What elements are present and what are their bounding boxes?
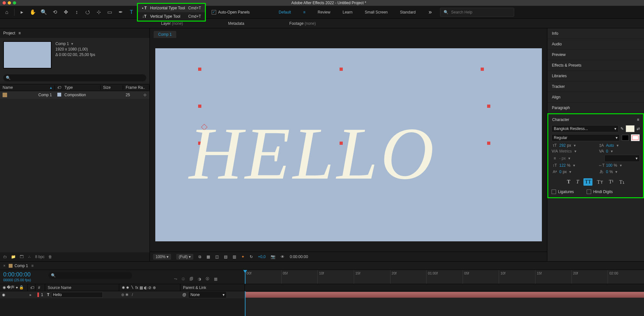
comp-thumbnail[interactable] xyxy=(3,41,52,69)
hindi-digits-checkbox[interactable]: Hindi Digits xyxy=(587,190,613,194)
orbit-tool-icon[interactable]: ⟲ xyxy=(51,8,59,16)
bit-depth-button[interactable]: 8 bpc xyxy=(35,255,44,259)
col-name[interactable]: Name ▴ xyxy=(0,85,55,90)
eyedropper-icon[interactable]: ✎ xyxy=(620,126,624,131)
hand-tool-icon[interactable]: ✋ xyxy=(29,8,37,16)
zoom-tool-icon[interactable]: 🔍 xyxy=(40,8,48,16)
comp-canvas[interactable]: HELLO xyxy=(155,48,542,241)
layer-switches[interactable]: ⊕ ✱ / xyxy=(119,293,180,297)
col-index[interactable]: # xyxy=(35,284,45,291)
vertical-scale-field[interactable]: ↕T 122 %▾ xyxy=(552,163,593,168)
reset-exposure-icon[interactable]: ↻ xyxy=(250,255,253,259)
time-ruler[interactable]: 00f 05f 10f 15f 20f 01:00f 05f 10f 15f 2… xyxy=(245,270,644,284)
kerning-field[interactable]: V/A Metrics▾ xyxy=(552,149,593,153)
frame-blend-icon[interactable]: ◑ xyxy=(198,277,201,281)
channel-icon[interactable]: ✦ xyxy=(241,255,245,259)
trash-icon[interactable]: 🗑 xyxy=(48,255,52,259)
video-toggle-icon[interactable]: ◉ xyxy=(2,293,5,297)
project-panel-header[interactable]: Project ≡ xyxy=(0,28,149,38)
tsume-field[interactable]: あ 0 %▾ xyxy=(598,169,640,174)
label-col-icon[interactable]: 🏷 xyxy=(28,284,35,291)
panel-libraries[interactable]: Libraries xyxy=(547,71,644,81)
col-size[interactable]: Size xyxy=(101,85,123,90)
project-search-field[interactable]: 🔍 xyxy=(3,74,146,81)
exposure-value[interactable]: +0,0 xyxy=(258,255,266,259)
font-family-dropdown[interactable]: Bangkok Restless...▾ xyxy=(552,125,619,132)
panel-menu-icon[interactable]: ≡ xyxy=(31,264,34,268)
transform-handle[interactable] xyxy=(487,142,490,145)
current-time-indicator[interactable] xyxy=(245,291,245,316)
pen-tool-icon[interactable]: ✒ xyxy=(116,8,125,16)
col-source-name[interactable]: Source Name xyxy=(45,284,119,291)
type-tool-icon[interactable]: T xyxy=(127,8,136,16)
col-parent[interactable]: Parent & Link xyxy=(180,284,245,291)
transform-handle[interactable] xyxy=(198,68,201,71)
zoom-window-button[interactable] xyxy=(13,1,16,5)
small-caps-button[interactable]: Tᴛ xyxy=(596,178,604,186)
project-row[interactable]: Comp 1 Composition 25⊹ xyxy=(0,91,149,99)
timeline-layer-row[interactable]: ◉ 1 T ⊕ ✱ / @ None▾ xyxy=(0,291,245,298)
interpret-icon[interactable]: 🗀 xyxy=(3,255,7,259)
timeline-search-field[interactable]: 🔍 xyxy=(48,272,132,279)
workspace-overflow-icon[interactable]: » xyxy=(428,9,432,15)
home-icon[interactable]: ⌂ xyxy=(3,8,11,16)
composition-flowchart-icon[interactable]: ⤳ xyxy=(174,277,177,281)
layer-duration-bar[interactable] xyxy=(245,292,644,298)
transform-handle[interactable] xyxy=(481,68,484,71)
label-swatch[interactable] xyxy=(37,293,39,297)
pickwhip-icon[interactable]: @ xyxy=(182,293,186,297)
workspace-small-screen[interactable]: Small Screen xyxy=(365,10,388,14)
workspace-learn[interactable]: Learn xyxy=(342,10,352,14)
shape-tool-icon[interactable]: ▭ xyxy=(105,8,114,16)
panel-menu-icon[interactable]: ≡ xyxy=(18,31,21,35)
show-snapshot-icon[interactable]: 👁 xyxy=(281,255,284,259)
type-tool-menu[interactable]: ▪ T Horizontal Type Tool Cmd+T ↓T Vertic… xyxy=(137,3,206,22)
label-swatch[interactable] xyxy=(57,93,61,97)
transform-handle[interactable] xyxy=(487,105,490,108)
draft3d-icon[interactable]: ⦾ xyxy=(182,277,185,281)
faux-italic-button[interactable]: T xyxy=(575,178,581,186)
current-time-field[interactable]: 0:00:00:00 00000 (25.00 fps) xyxy=(0,270,48,284)
twirl-icon[interactable] xyxy=(30,293,32,297)
col-type[interactable]: Type xyxy=(62,85,101,90)
project-search-input[interactable] xyxy=(13,76,144,80)
motion-blur-icon[interactable]: ⦿ xyxy=(206,277,209,281)
horizontal-scale-field[interactable]: ↔T 100 %▾ xyxy=(598,163,640,168)
help-search-input[interactable] xyxy=(451,10,511,14)
workspace-standard[interactable]: Standard xyxy=(400,10,416,14)
transform-handle[interactable] xyxy=(198,105,201,108)
workspace-review[interactable]: Review xyxy=(318,10,330,14)
auto-open-panels-checkbox[interactable]: Auto-Open Panels xyxy=(212,10,250,14)
faux-bold-button[interactable]: T xyxy=(566,178,572,186)
subscript-button[interactable]: T₁ xyxy=(618,178,626,186)
timeline-track-area[interactable] xyxy=(245,291,644,316)
pan-tool-icon[interactable]: ✥ xyxy=(62,8,70,16)
panel-paragraph[interactable]: Paragraph xyxy=(547,103,644,113)
tracking-field[interactable]: VA 0▾ xyxy=(598,149,640,153)
transform-handle[interactable] xyxy=(340,68,343,71)
layer-name-input[interactable] xyxy=(51,292,103,298)
baseline-shift-field[interactable]: Aª 0 px▾ xyxy=(552,169,593,174)
mask-icon[interactable]: ◫ xyxy=(215,255,219,259)
adjust-icon[interactable]: ⛬ xyxy=(27,255,31,259)
ligatures-checkbox[interactable]: Ligatures xyxy=(552,190,574,194)
guides-icon[interactable]: ▥ xyxy=(233,255,236,259)
panel-menu-icon[interactable]: ≡ xyxy=(637,117,639,122)
horizontal-type-tool-item[interactable]: ▪ T Horizontal Type Tool Cmd+T xyxy=(138,4,205,12)
stroke-color-swatch[interactable] xyxy=(631,134,640,141)
resolution-dropdown[interactable]: (Full) ▾ xyxy=(176,254,193,260)
parent-dropdown[interactable]: None▾ xyxy=(188,291,227,298)
dolly-tool-icon[interactable]: ↕ xyxy=(72,8,81,16)
col-framerate[interactable]: Frame Ra.. xyxy=(123,85,149,90)
selection-tool-icon[interactable]: ▸ xyxy=(18,8,26,16)
new-folder-icon[interactable]: 📁 xyxy=(11,255,16,259)
all-caps-button[interactable]: TT xyxy=(583,178,592,186)
transparency-icon[interactable]: ▦ xyxy=(207,255,210,259)
help-search-field[interactable]: 🔍 xyxy=(440,8,514,17)
workspace-default[interactable]: Default xyxy=(279,10,291,14)
panel-audio[interactable]: Audio xyxy=(547,39,644,50)
font-style-dropdown[interactable]: Regular▾ xyxy=(552,134,620,141)
current-time-display[interactable]: 0:00:00:00 xyxy=(290,255,308,259)
fill-color-swatch[interactable] xyxy=(626,125,635,132)
rotate-tool-icon[interactable]: ⭯ xyxy=(83,8,92,16)
